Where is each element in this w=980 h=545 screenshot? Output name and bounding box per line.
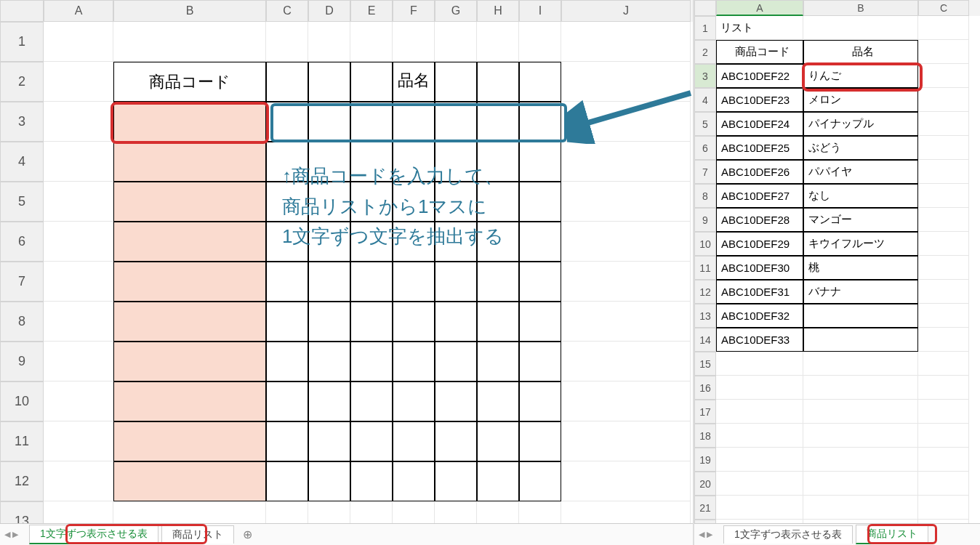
cell-I12[interactable] (519, 461, 561, 501)
rcell-A10[interactable]: ABC10DEF29 (716, 232, 803, 256)
cell-H3[interactable] (477, 102, 519, 142)
tab-display-table[interactable]: 1文字ずつ表示させる表 (29, 525, 158, 544)
col-head-E[interactable]: E (350, 0, 393, 22)
cell-F6[interactable] (393, 222, 435, 262)
col-head-right-B[interactable]: B (803, 0, 918, 16)
rcell-A4[interactable]: ABC10DEF23 (716, 88, 803, 112)
rcell-A18[interactable] (716, 424, 803, 448)
cell-A12[interactable] (44, 461, 113, 501)
cell-C5[interactable] (266, 182, 308, 222)
row-head-right-12[interactable]: 12 (694, 280, 716, 304)
cell-F7[interactable] (393, 262, 435, 302)
rcell-B14[interactable] (803, 328, 918, 352)
cell-D11[interactable] (308, 421, 350, 461)
cell-J13[interactable] (561, 501, 691, 523)
rcell-C3[interactable] (918, 64, 969, 88)
rcell-C14[interactable] (918, 328, 969, 352)
row-head-5[interactable]: 5 (0, 182, 44, 222)
rcell-B20[interactable] (803, 472, 918, 496)
cell-D12[interactable] (308, 461, 350, 501)
rcell-C6[interactable] (918, 136, 969, 160)
cell-J10[interactable] (561, 382, 691, 421)
rcell-A3[interactable]: ABC10DEF22 (716, 64, 803, 88)
col-head-right-C[interactable]: C (918, 0, 969, 16)
rcell-A21[interactable] (716, 496, 803, 520)
row-head-13[interactable]: 13 (0, 501, 44, 523)
cell-C4[interactable] (266, 142, 308, 182)
cell-I11[interactable] (519, 421, 561, 461)
tab-nav-arrows[interactable]: ◀ ▶ (4, 530, 18, 539)
cell-F8[interactable] (393, 302, 435, 342)
rcell-C4[interactable] (918, 88, 969, 112)
row-head-8[interactable]: 8 (0, 302, 44, 342)
cell-A1[interactable] (44, 22, 113, 62)
cell-G7[interactable] (435, 262, 477, 302)
rcell-A17[interactable] (716, 400, 803, 424)
cell-E13[interactable] (350, 501, 393, 523)
cell-B11[interactable] (113, 421, 266, 461)
rcell-B16[interactable] (803, 376, 918, 400)
cell-E3[interactable] (350, 102, 393, 142)
cell-J1[interactable] (561, 22, 691, 62)
cell-F3[interactable] (393, 102, 435, 142)
cell-G4[interactable] (435, 142, 477, 182)
cell-I7[interactable] (519, 262, 561, 302)
cell-G9[interactable] (435, 342, 477, 382)
cell-D10[interactable] (308, 382, 350, 421)
cell-C13[interactable] (266, 501, 308, 523)
rcell-A19[interactable] (716, 448, 803, 472)
cell-D7[interactable] (308, 262, 350, 302)
cell-G12[interactable] (435, 461, 477, 501)
cell-F4[interactable] (393, 142, 435, 182)
cell-C6[interactable] (266, 222, 308, 262)
row-head-right-17[interactable]: 17 (694, 400, 716, 424)
row-head-right-19[interactable]: 19 (694, 448, 716, 472)
cell-G8[interactable] (435, 302, 477, 342)
cell-C9[interactable] (266, 342, 308, 382)
rcell-A1[interactable]: リスト (716, 16, 803, 40)
rcell-C19[interactable] (918, 448, 969, 472)
tab-product-list-right[interactable]: 商品リスト (856, 525, 928, 544)
cell-A11[interactable] (44, 421, 113, 461)
cell-H13[interactable] (477, 501, 519, 523)
cell-H10[interactable] (477, 382, 519, 421)
rcell-B15[interactable] (803, 352, 918, 376)
cell-D5[interactable] (308, 182, 350, 222)
cell-A2[interactable] (44, 62, 113, 102)
cell-E4[interactable] (350, 142, 393, 182)
rcell-B3[interactable]: りんご (803, 64, 918, 88)
cell-E1[interactable] (350, 22, 393, 62)
rcell-C21[interactable] (918, 496, 969, 520)
cell-A6[interactable] (44, 222, 113, 262)
cell-A13[interactable] (44, 501, 113, 523)
cell-D13[interactable] (308, 501, 350, 523)
right-grid[interactable]: A B C 1リスト2商品コード品名3ABC10DEF22りんご4ABC10DE… (694, 0, 980, 523)
rcell-B17[interactable] (803, 400, 918, 424)
row-head-9[interactable]: 9 (0, 342, 44, 382)
rcell-B2[interactable]: 品名 (803, 40, 918, 64)
cell-A7[interactable] (44, 262, 113, 302)
row-head-3[interactable]: 3 (0, 102, 44, 142)
cell-H5[interactable] (477, 182, 519, 222)
col-head-A[interactable]: A (44, 0, 113, 22)
cell-J7[interactable] (561, 262, 691, 302)
rcell-B11[interactable]: 桃 (803, 256, 918, 280)
cell-I3[interactable] (519, 102, 561, 142)
rcell-A8[interactable]: ABC10DEF27 (716, 184, 803, 208)
col-head-right-A[interactable]: A (716, 0, 803, 16)
rcell-A6[interactable]: ABC10DEF25 (716, 136, 803, 160)
new-sheet-button[interactable]: ⊕ (237, 528, 258, 541)
cell-J2[interactable] (561, 62, 691, 102)
row-head-right-14[interactable]: 14 (694, 328, 716, 352)
cell-H4[interactable] (477, 142, 519, 182)
cell-J12[interactable] (561, 461, 691, 501)
row-head-right-20[interactable]: 20 (694, 472, 716, 496)
cell-D9[interactable] (308, 342, 350, 382)
cell-D3[interactable] (308, 102, 350, 142)
cell-I10[interactable] (519, 382, 561, 421)
cell-J9[interactable] (561, 342, 691, 382)
col-head-F[interactable]: F (393, 0, 435, 22)
cell-C1[interactable] (266, 22, 308, 62)
row-head-right-6[interactable]: 6 (694, 136, 716, 160)
cell-B4[interactable] (113, 142, 266, 182)
